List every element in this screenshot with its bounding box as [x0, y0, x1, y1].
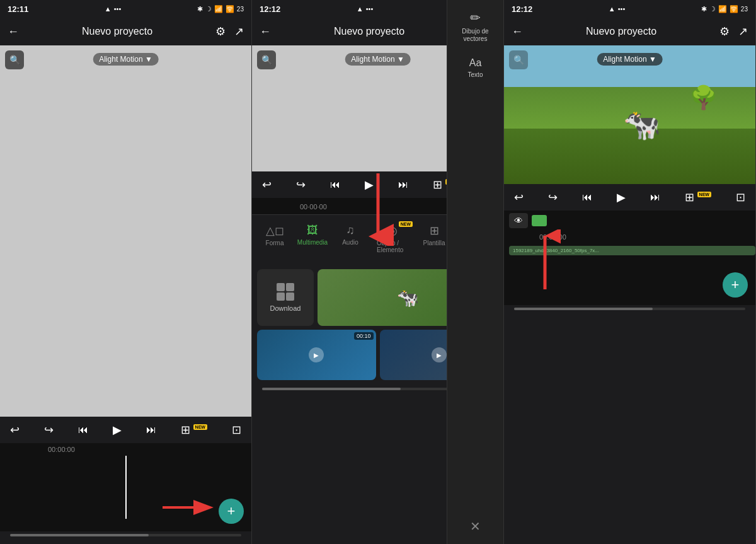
status-center-icons-1: ▲ •••	[105, 5, 121, 13]
undo-btn-3[interactable]: ↩	[514, 190, 524, 204]
drawer-close-btn[interactable]: ✕	[450, 514, 501, 539]
status-right-icons-1: ✱ ☽ 📶 🛜 23	[197, 5, 244, 13]
top-bar-3: ← Nuevo proyecto ⚙ ↗	[504, 18, 755, 45]
project-title-3: Nuevo proyecto	[586, 26, 656, 37]
multimedia-label: Multimedia	[297, 239, 328, 246]
preview-area-1: 🔍 Alight Motion ▼	[0, 45, 251, 417]
drawer-item-dibujo-vectores[interactable]: ✏ Dibujo de vectores	[450, 5, 501, 48]
undo-btn-1[interactable]: ↩	[10, 423, 20, 437]
location-icon-1: ▲	[105, 5, 112, 13]
watermark-text-1: Alight Motion ▼	[99, 55, 152, 64]
top-bar-1: ← Nuevo proyecto ⚙ ↗	[0, 18, 251, 45]
redo-btn-2[interactable]: ↪	[296, 178, 306, 192]
track-controls-row-3: 👁	[504, 211, 755, 231]
undo-btn-2[interactable]: ↩	[262, 178, 272, 192]
wifi-icon-1: 🛜	[226, 5, 234, 13]
dots-icon-3: •••	[618, 5, 626, 13]
skip-forward-btn-3[interactable]: ⏭	[650, 192, 660, 203]
dibujo-vectores-label: Dibujo de vectores	[452, 28, 498, 43]
watermark-badge-2[interactable]: Alight Motion ▼	[345, 53, 411, 66]
resize-btn-1[interactable]: ⊡	[232, 423, 241, 437]
play-overlay-1: ▶	[309, 347, 324, 362]
multimedia-icon: 🖼	[307, 224, 318, 237]
panel-3: 12:12 ▲ ••• ✱ ☽ 📶 🛜 23 ← Nuevo proyecto …	[504, 0, 756, 544]
arrow-annotation-2	[362, 170, 394, 248]
share-btn-1[interactable]: ↗	[234, 25, 244, 38]
dibujo-vectores-icon: ✏	[470, 10, 481, 25]
project-title-2: Nuevo proyecto	[334, 26, 404, 37]
skip-back-btn-1[interactable]: ⏮	[78, 424, 88, 436]
panel-1: 12:11 ▲ ••• ✱ ☽ 📶 🛜 23 ← Nuevo proyecto …	[0, 0, 252, 544]
add-btn-3[interactable]: +	[723, 272, 748, 298]
bluetooth-icon-1: ✱	[197, 5, 203, 13]
zoom-icon-2[interactable]: 🔍	[257, 50, 276, 69]
location-icon-3: ▲	[609, 5, 616, 13]
top-bar-icons-1: ⚙ ↗	[215, 25, 244, 38]
new-badge-1: NEW	[193, 424, 207, 430]
visibility-btn-3[interactable]: 👁	[509, 213, 528, 228]
media-thumb-blue[interactable]: ▶ 00:10	[257, 330, 376, 380]
drawer-item-texto[interactable]: Aa Texto	[450, 52, 501, 84]
playback-bar-1: ↩ ↪ ⏮ ▶ ⏭ ⊞ NEW ⊡	[0, 417, 251, 443]
grid-icon	[277, 283, 294, 301]
zoom-icon-3[interactable]: 🔍	[509, 50, 528, 69]
add-icon-1: +	[227, 503, 236, 519]
dots-icon-1: •••	[114, 5, 122, 13]
playback-bar-3: ↩ ↪ ⏮ ▶ ⏭ ⊞ NEW ⊡	[504, 184, 755, 211]
redo-btn-1[interactable]: ↪	[44, 423, 54, 437]
bottom-controls-3: ↩ ↪ ⏮ ▶ ⏭ ⊞ NEW ⊡ 👁 00:00:00 159218	[504, 184, 755, 318]
track-color-3	[532, 215, 547, 226]
red-arrow-down-2	[362, 170, 394, 246]
settings-btn-1[interactable]: ⚙	[215, 25, 226, 38]
add-btn-1[interactable]: +	[219, 499, 244, 524]
timecode-1: 00:00:00	[48, 446, 75, 453]
bluetooth-icon-3: ✱	[701, 5, 707, 13]
watermark-badge-3[interactable]: Alight Motion ▼	[597, 53, 663, 66]
timeline-cursor-1	[125, 456, 127, 519]
back-btn-3[interactable]: ←	[512, 25, 523, 38]
watermark-text-2: Alight Motion ▼	[351, 55, 404, 64]
forma-icon: △◻	[266, 224, 284, 238]
status-bar-1: 12:11 ▲ ••• ✱ ☽ 📶 🛜 23	[0, 0, 251, 18]
skip-back-btn-3[interactable]: ⏮	[582, 192, 592, 203]
timeline-1: 00:00:00 +	[0, 443, 251, 531]
download-tile[interactable]: Download	[257, 269, 314, 326]
forma-label: Forma	[266, 240, 284, 246]
scrollbar-thumb-1	[10, 534, 149, 536]
status-center-icons-2: ▲ •••	[357, 5, 373, 13]
back-btn-1[interactable]: ←	[8, 25, 19, 38]
play-btn-1[interactable]: ▶	[113, 423, 122, 437]
skip-forward-btn-2[interactable]: ⏭	[398, 179, 408, 190]
cow-figure: 🐄	[623, 107, 661, 142]
crop-btn-3[interactable]: ⊞	[685, 191, 694, 204]
share-btn-3[interactable]: ↗	[738, 25, 748, 38]
plantilla-label: Plantilla	[423, 240, 445, 246]
zoom-icon-1[interactable]: 🔍	[5, 50, 24, 69]
audio-label: Audio	[342, 239, 358, 246]
back-btn-2[interactable]: ←	[260, 25, 271, 38]
resize-btn-3[interactable]: ⊡	[736, 190, 745, 204]
settings-btn-3[interactable]: ⚙	[719, 25, 730, 38]
crop-btn-2[interactable]: ⊞	[433, 178, 442, 191]
plantilla-icon: ⊞	[430, 224, 439, 238]
redo-btn-3[interactable]: ↪	[548, 190, 558, 204]
red-arrow-up-3	[529, 229, 561, 292]
skip-back-btn-2[interactable]: ⏮	[330, 179, 340, 190]
wifi-icon-3: 🛜	[730, 5, 738, 13]
status-bar-3: 12:12 ▲ ••• ✱ ☽ 📶 🛜 23	[504, 0, 755, 18]
tab-forma[interactable]: △◻ Forma	[257, 220, 292, 264]
panel-2: 12:12 ▲ ••• ✱ ☽ 📶 🛜 23 ← Nuevo proyecto …	[252, 0, 504, 544]
crop-btn-1[interactable]: ⊞	[181, 424, 190, 436]
play-btn-3[interactable]: ▶	[617, 190, 626, 204]
moon-icon-3: ☽	[709, 5, 716, 13]
watermark-badge-1[interactable]: Alight Motion ▼	[93, 53, 159, 66]
tab-multimedia[interactable]: 🖼 Multimedia	[295, 220, 330, 264]
status-time-2: 12:12	[260, 4, 280, 14]
status-time-1: 12:11	[8, 4, 28, 14]
dots-icon-2: •••	[366, 5, 374, 13]
new-badge-wrapper-3: ⊞ NEW	[685, 190, 711, 204]
skip-forward-btn-1[interactable]: ⏭	[146, 424, 156, 436]
texto-label: Texto	[468, 71, 483, 79]
red-arrow-right-1	[159, 499, 216, 516]
status-center-icons-3: ▲ •••	[609, 5, 625, 13]
